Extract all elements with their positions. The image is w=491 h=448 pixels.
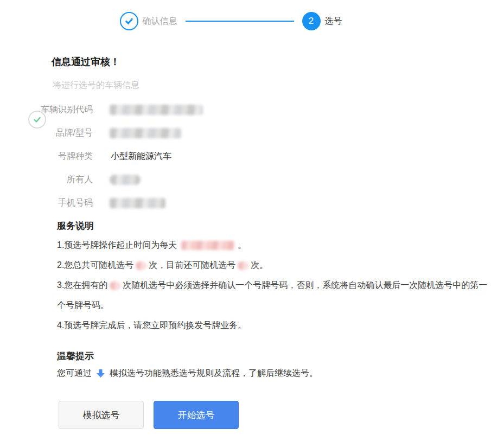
service-note-3-text: 3.您在拥有的 bbox=[57, 280, 107, 290]
field-row-vin: 车辆识别代码 bbox=[33, 104, 491, 115]
service-note-4: 4.预选号牌完成后，请您立即预约换发号牌业务。 bbox=[57, 315, 491, 335]
field-row-phone: 手机号码 bbox=[33, 197, 491, 208]
field-label: 品牌/型号 bbox=[33, 127, 93, 139]
service-note-1-text: 1.预选号牌操作起止时间为每天 bbox=[57, 240, 177, 249]
field-row-brand-model: 品牌/型号 bbox=[33, 127, 491, 138]
service-note-2-suffix: 次。 bbox=[251, 260, 268, 270]
service-note-1-suffix: 。 bbox=[238, 240, 246, 249]
start-selection-button[interactable]: 开始选号 bbox=[154, 401, 239, 429]
tips-text-after: 模拟选号功能熟悉选号规则及流程，了解后继续选号。 bbox=[110, 367, 318, 380]
redacted-owned-count bbox=[110, 281, 120, 290]
redacted-time-range bbox=[181, 241, 234, 250]
vehicle-info-list: 车辆识别代码 品牌/型号 号牌种类 小型新能源汽车 所有人 手机号码 bbox=[0, 104, 491, 208]
redacted-phone-value bbox=[110, 198, 165, 208]
field-label: 号牌种类 bbox=[33, 151, 93, 162]
step-2-badge: 2 bbox=[302, 12, 321, 30]
service-note-2-mid: 次，目前还可随机选号 bbox=[149, 260, 235, 270]
redacted-brand-model-value bbox=[110, 128, 181, 138]
review-result-section: 信息通过审核！ 将进行选号的车辆信息 车辆识别代码 品牌/型号 号牌种类 小型新… bbox=[0, 56, 491, 208]
stepper-connector-line bbox=[186, 21, 294, 22]
blue-down-arrow-icon bbox=[96, 369, 105, 378]
field-label: 所有人 bbox=[33, 174, 93, 185]
service-notes-list: 1.预选号牌操作起止时间为每天。 2.您总共可随机选号次，目前还可随机选号次。 … bbox=[57, 235, 491, 335]
tips-title: 温馨提示 bbox=[57, 351, 491, 362]
tips-text: 您可通过 模拟选号功能熟悉选号规则及流程，了解后继续选号。 bbox=[57, 367, 491, 380]
result-subtitle: 将进行选号的车辆信息 bbox=[53, 80, 491, 90]
result-title: 信息通过审核！ bbox=[52, 56, 491, 68]
service-note-2: 2.您总共可随机选号次，目前还可随机选号次。 bbox=[57, 255, 491, 275]
plate-type-value: 小型新能源汽车 bbox=[111, 151, 171, 162]
service-note-3: 3.您在拥有的次随机选号中必须选择并确认一个号牌号码，否则，系统将自动确认最后一… bbox=[57, 275, 491, 315]
stepper: 确认信息 2 选号 bbox=[0, 0, 476, 30]
service-notes-title: 服务说明 bbox=[57, 221, 491, 232]
step-confirm-info-label: 确认信息 bbox=[143, 16, 177, 27]
service-note-1: 1.预选号牌操作起止时间为每天。 bbox=[57, 235, 491, 255]
field-label: 手机号码 bbox=[33, 197, 93, 209]
redacted-vin-value bbox=[110, 105, 203, 115]
redacted-remaining-count bbox=[238, 261, 248, 270]
success-check-icon bbox=[28, 111, 46, 129]
step-select-number-label: 选号 bbox=[325, 16, 342, 27]
simulate-selection-button[interactable]: 模拟选号 bbox=[59, 401, 144, 429]
stepper-step-select-number: 2 选号 bbox=[302, 12, 342, 30]
field-row-owner: 所有人 bbox=[33, 174, 491, 185]
field-row-plate-type: 号牌种类 小型新能源汽车 bbox=[33, 151, 491, 162]
service-note-2-text: 2.您总共可随机选号 bbox=[57, 260, 133, 270]
stepper-step-confirm-info: 确认信息 bbox=[120, 12, 177, 30]
redacted-owner-value bbox=[110, 175, 141, 185]
redacted-total-count bbox=[136, 261, 146, 270]
tips-text-before: 您可通过 bbox=[57, 367, 92, 380]
step-completed-check-icon bbox=[120, 12, 138, 30]
action-buttons: 模拟选号 开始选号 bbox=[59, 401, 491, 429]
service-note-3-suffix: 次随机选号中必须选择并确认一个号牌号码，否则，系统将自动确认最后一次随机选号中的… bbox=[57, 280, 487, 310]
